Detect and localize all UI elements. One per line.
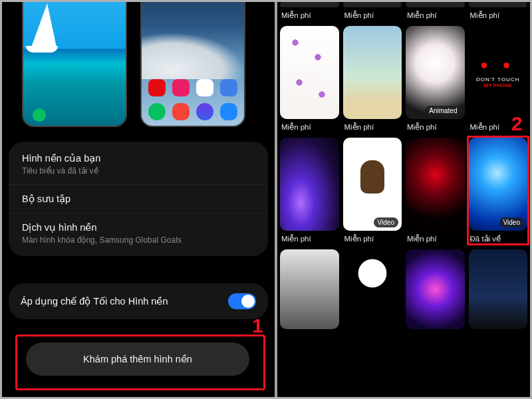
wallpaper-cell[interactable]: Miễn phí: [406, 138, 465, 249]
wallpaper-cell[interactable]: VideoMiễn phí: [343, 138, 402, 249]
wallpaper-thumb[interactable]: [406, 138, 465, 231]
wallpaper-thumb[interactable]: [280, 26, 339, 119]
dark-mode-label: Áp dụng chế độ Tối cho Hình nền: [21, 296, 168, 307]
menu-wallpaper-services[interactable]: Dịch vụ hình nền Màn hình khóa động, Sam…: [9, 213, 268, 253]
thumb-caption: Miễn phí: [280, 7, 339, 26]
wallpaper-thumb[interactable]: ● ●DON'T TOUCHMY PHONE: [469, 26, 528, 119]
annotation-number-1: 1: [252, 315, 263, 337]
wallpaper-cell[interactable]: Miễn phí: [280, 26, 339, 138]
menu-gallery[interactable]: Bộ sưu tập: [9, 185, 268, 213]
homescreen-preview[interactable]: [140, 0, 245, 127]
menu-subtitle: Màn hình khóa động, Samsung Global Goals: [22, 235, 255, 245]
dark-mode-wallpaper-row[interactable]: Áp dụng chế độ Tối cho Hình nền: [9, 283, 268, 319]
dock-row: [142, 103, 244, 120]
wallpaper-cell[interactable]: [343, 249, 402, 329]
wallpaper-cell[interactable]: Miễn phí: [343, 2, 402, 26]
thumb-caption: Miễn phí: [343, 231, 402, 249]
app-icon: [220, 79, 237, 96]
thumb-badge: Video: [374, 217, 398, 227]
app-icon: [196, 79, 213, 96]
browser-icon: [196, 103, 213, 120]
app-icon: [172, 79, 190, 96]
menu-subtitle: Tiêu biểu và đã tải về: [22, 166, 255, 176]
annotation-number-2: 2: [511, 112, 523, 135]
wallpaper-thumb[interactable]: [343, 2, 402, 7]
menu-your-wallpapers[interactable]: Hình nền của bạn Tiêu biểu và đã tải về: [9, 144, 268, 185]
messages-icon: [220, 103, 237, 120]
annotation-box-2: [467, 136, 530, 245]
menu-title: Bộ sưu tập: [22, 194, 255, 204]
phone-icon: [148, 103, 166, 120]
wallpaper-thumb[interactable]: [280, 138, 339, 231]
wallpaper-cell[interactable]: [406, 249, 465, 329]
wallpaper-cell[interactable]: [280, 249, 339, 329]
wallpaper-store-screen: Miễn phíMiễn phíMiễn phíMiễn phíMiễn phí…: [277, 2, 530, 397]
thumb-caption: Miễn phí: [406, 7, 465, 26]
thumb-caption: Miễn phí: [406, 231, 465, 249]
wallpaper-thumb[interactable]: [469, 2, 528, 7]
wallpaper-thumb[interactable]: [406, 2, 465, 7]
wallpaper-previews: [22, 2, 261, 135]
wallpaper-thumb[interactable]: Video: [343, 138, 402, 231]
dark-mode-toggle[interactable]: [228, 293, 256, 309]
thumb-badge: Animated: [425, 106, 461, 116]
wallpaper-thumb[interactable]: [280, 2, 339, 7]
call-icon: [33, 108, 46, 122]
wallpaper-menu-card: Hình nền của bạn Tiêu biểu và đã tải về …: [9, 142, 268, 256]
wallpaper-thumb[interactable]: [343, 26, 402, 119]
wallpaper-grid: Miễn phíMiễn phíMiễn phíMiễn phíMiễn phí…: [277, 2, 530, 329]
app-icon: [148, 79, 166, 96]
wallpaper-cell[interactable]: Miễn phí: [469, 2, 528, 26]
thumb-caption: Miễn phí: [280, 119, 339, 138]
lockscreen-preview[interactable]: [22, 0, 127, 127]
menu-title: Hình nền của bạn: [22, 153, 255, 164]
menu-title: Dịch vụ hình nền: [22, 222, 255, 233]
app-icon-row: [142, 79, 244, 96]
wallpaper-thumb[interactable]: [280, 249, 339, 329]
wallpaper-cell[interactable]: Miễn phí: [280, 138, 339, 249]
thumb-caption: Miễn phí: [280, 231, 339, 249]
annotation-box-1: [15, 334, 265, 390]
thumb-caption: Miễn phí: [343, 119, 402, 138]
camera-icon: [172, 103, 190, 120]
wallpaper-thumb[interactable]: [343, 249, 402, 329]
wallpaper-cell[interactable]: [469, 249, 528, 329]
wallpaper-thumb[interactable]: [469, 249, 528, 329]
thumb-caption: Miễn phí: [343, 7, 402, 26]
wallpaper-thumb[interactable]: Animated: [406, 26, 465, 119]
wallpaper-thumb[interactable]: [406, 249, 465, 329]
wallpaper-cell[interactable]: VideoĐã tải về: [469, 138, 528, 249]
wallpaper-settings-screen: Hình nền của bạn Tiêu biểu và đã tải về …: [2, 2, 275, 397]
wallpaper-cell[interactable]: Miễn phí: [406, 2, 465, 26]
wallpaper-cell[interactable]: AnimatedMiễn phí: [406, 26, 465, 138]
wallpaper-cell[interactable]: Miễn phí: [343, 26, 402, 138]
thumb-caption: Miễn phí: [406, 119, 465, 138]
wallpaper-cell[interactable]: Miễn phí: [280, 2, 339, 26]
thumb-caption: Miễn phí: [469, 7, 528, 26]
